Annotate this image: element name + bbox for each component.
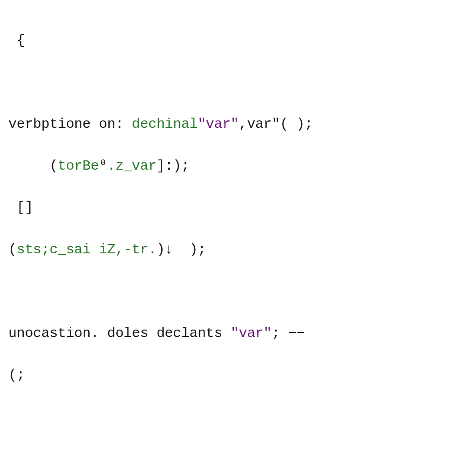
code-punct: ,var" (239, 116, 280, 132)
code-string: "var" (198, 116, 239, 132)
code-punct: ]:); (157, 158, 190, 174)
code-punct: ( (8, 242, 17, 258)
code-identifier: .z_var (107, 158, 157, 174)
code-identifier: torBe (58, 158, 99, 174)
code-word: unocastion. doles declants (8, 325, 231, 341)
code-string: "var" (231, 325, 272, 341)
code-punct: ↓ ); (165, 242, 206, 258)
code-bracket: [] (8, 200, 33, 216)
code-word: verbptione (8, 116, 91, 132)
code-punct: ( ); (280, 116, 313, 132)
code-identifier: ;c_sai iZ,-tr. (41, 242, 157, 258)
code-symbol: ⁰ (99, 158, 107, 174)
code-punct: ; −− (272, 325, 305, 341)
code-punct: (; (8, 367, 25, 383)
code-punct: ) (157, 242, 165, 258)
code-keyword: dechinal (132, 116, 198, 132)
code-block: { verbptione on: dechinal"var",var"( ); … (8, 9, 468, 407)
code-punct: on: (91, 116, 132, 132)
code-line-1: { (8, 33, 25, 48)
code-identifier: sts (17, 242, 41, 258)
code-punct: ( (8, 158, 58, 174)
